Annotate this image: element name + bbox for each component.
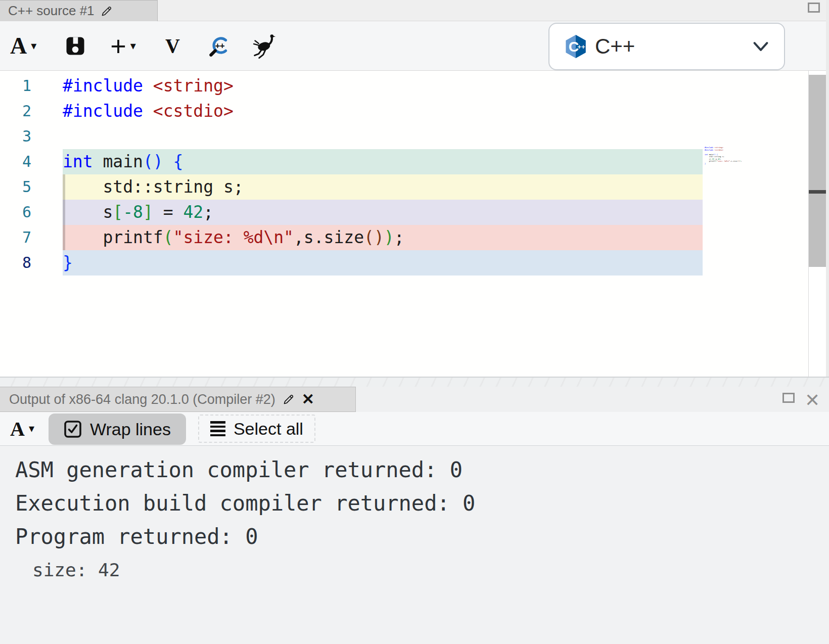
font-size-label: A [10, 417, 25, 441]
code-token: { [173, 152, 183, 171]
code-token: { [717, 154, 718, 156]
code-token: <cstdio> [715, 149, 723, 151]
output-line: ASM generation compiler returned: 0 [15, 453, 829, 486]
code-token: #include [705, 149, 713, 151]
code-line[interactable]: } [63, 250, 73, 275]
pane-edge [826, 0, 829, 377]
language-selector[interactable]: C ++ C++ [548, 23, 785, 70]
maximize-row-icon[interactable] [782, 393, 795, 403]
source-pane-tabstrip: C++ source #1 [0, 0, 829, 21]
tab-cpp-source[interactable]: C++ source #1 [0, 0, 158, 21]
code-token: "size: %d\n" [173, 227, 294, 247]
wrap-lines-label: Wrap lines [90, 420, 171, 439]
font-size-dropdown[interactable]: A ▾ [10, 32, 36, 59]
code-line[interactable]: s[-8] = 42; [63, 200, 213, 225]
code-token [163, 152, 173, 171]
code-token: std::string s; [63, 177, 244, 197]
plus-icon: + [110, 36, 126, 56]
close-row-icon[interactable]: ✕ [805, 390, 820, 411]
program-output[interactable]: ASM generation compiler returned: 0Execu… [0, 446, 829, 644]
code-token: <string> [153, 76, 234, 96]
code-line[interactable]: std::string s; [63, 174, 244, 200]
pane-splitter[interactable] [0, 377, 829, 387]
code-token: ; [720, 158, 721, 160]
select-all-button[interactable]: Select all [198, 415, 315, 443]
code-line[interactable]: int main() { [63, 149, 183, 174]
code-token: #include [63, 76, 143, 96]
line-number: 5 [0, 174, 31, 200]
code-line: printf("size: %d\n",s.size()); [705, 160, 721, 163]
code-token: s [63, 202, 113, 222]
source-tab-title: C++ source #1 [8, 3, 95, 19]
code-line[interactable]: printf("size: %d\n",s.size()); [63, 225, 404, 250]
maximize-row-icon[interactable] [808, 3, 820, 13]
code-token: std::string s; [705, 156, 724, 158]
line-number: 7 [0, 225, 31, 250]
cpp-insights-search-button[interactable]: ++ [206, 33, 232, 59]
line-number: 3 [0, 124, 31, 149]
code-line: } [705, 163, 721, 165]
code-token: #include [63, 101, 143, 121]
code-token: ] [143, 202, 153, 222]
output-tab-title: Output of x86-64 clang 20.1.0 (Compiler … [9, 392, 275, 407]
font-size-dropdown[interactable]: A ▾ [10, 417, 34, 441]
save-icon [65, 35, 86, 57]
code-line[interactable]: #include <string> [63, 73, 234, 99]
compiler-explorer-mascot-button[interactable] [252, 33, 278, 59]
code-token: "size: %d\n" [717, 160, 730, 162]
code-token: main [93, 152, 143, 171]
ostrich-icon [252, 33, 278, 59]
output-line: size: 42 [15, 553, 829, 586]
magnifier-cpp-icon: ++ [206, 33, 232, 59]
vim-mode-button[interactable]: V [165, 34, 180, 58]
code-line: #include <cstdio> [705, 149, 721, 152]
rename-pencil-icon[interactable] [283, 393, 295, 405]
code-token: [ [113, 202, 123, 222]
code-token: () [143, 152, 163, 171]
code-token: ; [394, 227, 404, 247]
code-token: ( [163, 227, 173, 247]
caret-down-icon: ▾ [31, 39, 36, 53]
output-pane-tabstrip: Output of x86-64 clang 20.1.0 (Compiler … [0, 387, 829, 412]
code-token: ; [203, 202, 213, 222]
caret-down-icon: ▾ [29, 422, 34, 435]
code-line[interactable]: #include <cstdio> [63, 99, 234, 124]
line-highlight-band [63, 250, 703, 275]
line-number: 4 [0, 149, 31, 174]
line-number: 6 [0, 200, 31, 225]
tab-compiler-output[interactable]: Output of x86-64 clang 20.1.0 (Compiler … [0, 387, 356, 412]
language-label: C++ [595, 34, 635, 59]
code-token: ) [384, 227, 394, 247]
code-token: ; [741, 160, 742, 162]
close-tab-icon[interactable]: ✕ [302, 392, 314, 407]
code-token: <cstdio> [153, 101, 234, 121]
checkbox-checked-icon [64, 420, 82, 438]
code-token: int [63, 152, 93, 171]
add-pane-dropdown[interactable]: + ▾ [110, 36, 136, 56]
minimap[interactable]: #include <string>#include <cstdio>int ma… [705, 147, 742, 169]
save-button[interactable] [65, 35, 86, 57]
line-number: 2 [0, 99, 31, 124]
wrap-lines-toggle[interactable]: Wrap lines [49, 413, 186, 445]
caret-down-icon: ▾ [130, 39, 136, 53]
code-token: printf [63, 227, 163, 247]
chevron-down-icon [753, 41, 769, 52]
output-line: Execution build compiler returned: 0 [15, 486, 829, 520]
code-token: } [63, 253, 73, 272]
code-editor[interactable]: 12345678 #include <string>#include <cstd… [0, 71, 809, 377]
code-token [143, 76, 153, 96]
output-toolbar: A ▾ Wrap lines Select all [0, 412, 829, 446]
compiler-output-pane: Output of x86-64 clang 20.1.0 (Compiler … [0, 387, 829, 644]
code-token: } [705, 163, 706, 165]
vim-label: V [165, 34, 180, 58]
scrollbar-thumb[interactable] [809, 190, 826, 194]
scrollbar-track[interactable] [809, 75, 826, 267]
code-token [143, 101, 153, 121]
code-token: main [708, 154, 714, 156]
minimap-code: #include <string>#include <cstdio>int ma… [705, 147, 721, 165]
rename-pencil-icon[interactable] [101, 5, 113, 17]
cpp-logo-icon: C ++ [565, 34, 587, 59]
line-number: 1 [0, 73, 31, 99]
code-token: printf [705, 160, 716, 162]
code-token: -8 [123, 202, 143, 222]
